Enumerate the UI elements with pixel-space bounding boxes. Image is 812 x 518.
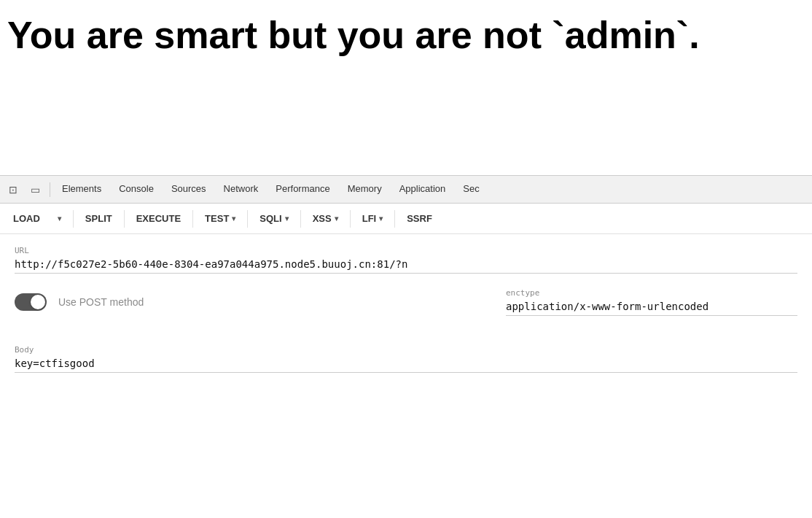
body-field-group: Body key=ctfisgood xyxy=(15,345,797,373)
url-value[interactable]: http://f5c027e2-5b60-440e-8304-ea97a044a… xyxy=(15,258,797,274)
toolbar-sep-2 xyxy=(124,210,125,228)
device-mode-btn[interactable]: ▭ xyxy=(25,179,45,200)
tab-sources[interactable]: Sources xyxy=(163,176,215,204)
devtools-tab-bar: ⊡ ▭ Elements Console Sources Network Per… xyxy=(0,176,812,204)
tab-security[interactable]: Sec xyxy=(454,176,488,204)
lfi-dropdown-arrow: ▾ xyxy=(379,214,383,223)
post-method-toggle-row: Use POST method xyxy=(15,288,144,316)
toolbar-sep-7 xyxy=(394,210,395,228)
test-dropdown-arrow: ▾ xyxy=(232,214,235,223)
toolbar-sep-3 xyxy=(192,210,193,228)
load-dropdown-button[interactable]: ▾ xyxy=(50,211,69,226)
toolbar-sep-6 xyxy=(350,210,351,228)
inspect-icon: ⊡ xyxy=(9,184,17,196)
url-field-group: URL http://f5c027e2-5b60-440e-8304-ea97a… xyxy=(15,246,797,274)
toolbar-sep-1 xyxy=(73,210,74,228)
enctype-field-group: enctype application/x-www-form-urlencode… xyxy=(506,288,797,316)
inspect-icon-btn[interactable]: ⊡ xyxy=(3,179,23,200)
tab-separator xyxy=(50,182,50,197)
tab-application[interactable]: Application xyxy=(391,176,455,204)
devtools-content: URL http://f5c027e2-5b60-440e-8304-ea97a… xyxy=(0,234,812,518)
toolbar-sep-5 xyxy=(300,210,301,228)
page-heading: You are smart but you are not `admin`. xyxy=(7,15,700,56)
sqli-button[interactable]: SQLI ▾ xyxy=(252,209,295,228)
tab-memory[interactable]: Memory xyxy=(339,176,391,204)
sqli-dropdown-arrow: ▾ xyxy=(285,214,289,223)
post-method-toggle[interactable] xyxy=(15,293,47,311)
tab-performance[interactable]: Performance xyxy=(267,176,338,204)
url-label: URL xyxy=(15,246,797,255)
toolbar-sep-4 xyxy=(247,210,248,228)
tab-elements[interactable]: Elements xyxy=(53,176,110,204)
tab-console[interactable]: Console xyxy=(110,176,163,204)
enctype-value[interactable]: application/x-www-form-urlencoded xyxy=(506,301,797,316)
device-icon: ▭ xyxy=(31,184,40,196)
xss-dropdown-arrow: ▾ xyxy=(335,214,338,223)
tab-network[interactable]: Network xyxy=(215,176,268,204)
execute-button[interactable]: EXECUTE xyxy=(129,209,188,228)
toolbar-row: LOAD ▾ SPLIT EXECUTE TEST ▾ SQLI ▾ XSS ▾ xyxy=(0,204,812,234)
body-label: Body xyxy=(15,345,797,355)
split-button[interactable]: SPLIT xyxy=(78,209,120,228)
body-value[interactable]: key=ctfisgood xyxy=(15,357,797,373)
enctype-label: enctype xyxy=(506,288,797,298)
lfi-button[interactable]: LFI ▾ xyxy=(355,209,391,228)
page-content: You are smart but you are not `admin`. xyxy=(0,0,812,175)
devtools-panel: ⊡ ▭ Elements Console Sources Network Per… xyxy=(0,175,812,518)
toggle-enctype-row: Use POST method enctype application/x-ww… xyxy=(15,288,797,330)
xss-button[interactable]: XSS ▾ xyxy=(305,209,346,228)
load-button[interactable]: LOAD xyxy=(6,209,47,228)
load-dropdown-arrow: ▾ xyxy=(58,214,61,223)
test-button[interactable]: TEST ▾ xyxy=(198,209,243,228)
toggle-knob xyxy=(31,295,45,309)
ssrf-button[interactable]: SSRF xyxy=(399,209,440,228)
post-method-label: Use POST method xyxy=(58,296,144,308)
